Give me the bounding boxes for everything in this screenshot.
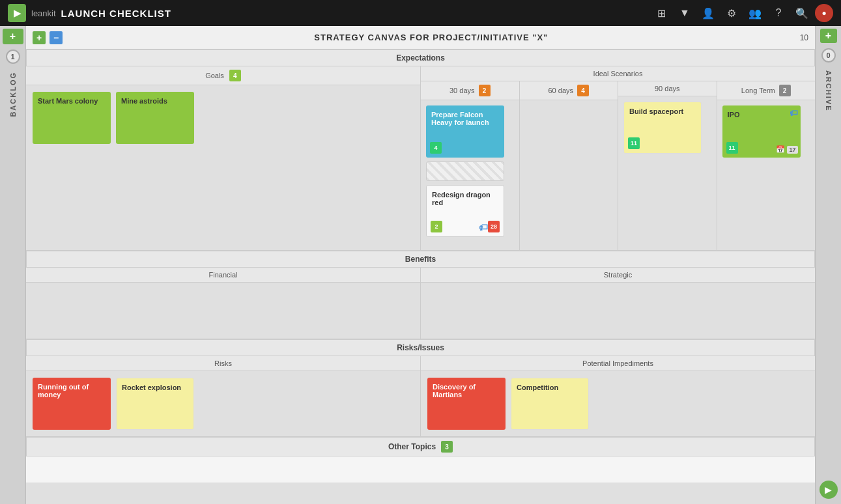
strategic-body	[421, 283, 815, 335]
nav-icons: ⊞ ▼ 👤 ⚙ 👥 ? 🔍 ●	[651, 3, 833, 23]
ideal-60-label: 60 days	[548, 87, 573, 94]
risks-issues-header: Risks/Issues	[26, 339, 815, 356]
nav-settings-icon[interactable]: ⚙	[721, 3, 742, 23]
strategic-header: Strategic	[421, 268, 815, 283]
ideal-col-60: 60 days 4	[520, 81, 619, 250]
card-spaceport[interactable]: Build spaceport 11	[623, 102, 702, 154]
card-competition[interactable]: Competition	[511, 378, 589, 430]
archive-badge: 0	[821, 48, 836, 63]
financial-col: Financial	[26, 268, 421, 339]
financial-label: Financial	[208, 271, 237, 279]
nav-filter-icon[interactable]: ▼	[674, 3, 695, 23]
ideal-longterm-count: 2	[779, 85, 791, 96]
ideal-scenarios-col: Ideal Scenarios 30 days 2 Prepare Falcon…	[421, 66, 815, 250]
canvas-add-button[interactable]: +	[33, 31, 46, 44]
other-topics-count: 3	[441, 441, 453, 453]
falcon-left-badge: 4	[430, 142, 442, 154]
other-topics-header: Other Topics 3	[26, 437, 815, 456]
other-topics-body	[26, 456, 815, 483]
risks-body: Running out of money Rocket explosion	[26, 371, 420, 436]
ideal-60-header: 60 days 4	[520, 81, 618, 100]
ideal-col-30: 30 days 2 Prepare Falcon Heavy for launc…	[421, 81, 520, 250]
ideal-longterm-body: IPO 11 📅 17 🏷	[717, 100, 816, 250]
archive-add-button[interactable]: +	[820, 29, 837, 43]
ipo-left-badge: 11	[726, 142, 738, 154]
strategic-label: Strategic	[604, 271, 632, 279]
avatar[interactable]: ●	[815, 4, 833, 22]
redesign-left-badge: 2	[431, 221, 442, 232]
goals-col: Goals 4 Start Mars colony Mine astroids	[26, 66, 421, 250]
card-ipo[interactable]: IPO 11 📅 17 🏷	[722, 105, 801, 158]
add-lane-button[interactable]: +	[3, 29, 23, 44]
impediments-col: Potential Impediments Discovery of Marti…	[421, 356, 815, 436]
ideal-longterm-label: Long Term	[741, 87, 775, 94]
ideal-60-body	[520, 100, 618, 250]
right-sidebar: + 0 ARCHIVE ▶	[815, 26, 841, 504]
calendar-badge: 17	[787, 146, 797, 154]
nav-board-icon[interactable]: ⊞	[651, 3, 672, 23]
goals-label: Goals	[205, 72, 224, 79]
expectations-header: Expectations	[26, 49, 815, 66]
app-title: LAUNCH CHECKLIST	[61, 8, 171, 19]
financial-body	[26, 283, 420, 335]
top-nav: ▶ leankit LAUNCH CHECKLIST ⊞ ▼ 👤 ⚙ 👥 ? 🔍…	[0, 0, 841, 26]
ideal-col-90: 90 days Build spaceport 11	[618, 81, 717, 250]
card-redesign[interactable]: Redesign dragon red 2 28 🏷	[426, 185, 504, 237]
benefits-header: Benefits	[26, 251, 815, 268]
main-wrapper: + 1 BACKLOG + − STRATEGY CANVAS FOR PROJ…	[0, 26, 841, 504]
play-button[interactable]: ▶	[820, 481, 838, 499]
ideal-90-header: 90 days	[618, 81, 717, 96]
card-running-out[interactable]: Running out of money	[33, 378, 111, 430]
ideal-90-body: Build spaceport 11	[618, 96, 717, 246]
ideal-scenarios-grid: 30 days 2 Prepare Falcon Heavy for launc…	[421, 81, 815, 250]
canvas-count: 10	[800, 33, 808, 42]
goals-body: Start Mars colony Mine astroids	[26, 85, 420, 150]
ideal-30-body: Prepare Falcon Heavy for launch 4 Redesi…	[421, 100, 519, 250]
ideal-30-header: 30 days 2	[421, 81, 519, 100]
other-topics-label: Other Topics	[388, 442, 436, 451]
nav-user-icon[interactable]: 👤	[698, 3, 719, 23]
card-martians[interactable]: Discovery of Martians	[427, 378, 506, 430]
ideal-scenarios-header: Ideal Scenarios	[421, 66, 815, 81]
backlog-label: BACKLOG	[9, 72, 17, 117]
goals-count: 4	[229, 70, 241, 81]
calendar-icon: 📅	[776, 145, 785, 154]
spaceport-badge: 11	[628, 137, 640, 149]
logo-icon: ▶	[8, 4, 26, 22]
impediments-label: Potential Impediments	[582, 359, 653, 367]
archive-label: ARCHIVE	[825, 70, 833, 112]
logo-area: ▶ leankit LAUNCH CHECKLIST	[8, 4, 171, 22]
card-mine-astroids[interactable]: Mine astroids	[116, 92, 194, 144]
benefits-row: Financial Strategic	[26, 268, 815, 339]
card-falcon[interactable]: Prepare Falcon Heavy for launch 4	[426, 105, 504, 158]
goals-header: Goals 4	[26, 66, 420, 85]
impediments-header: Potential Impediments	[421, 356, 815, 371]
app-name: leankit	[31, 8, 56, 18]
ideal-60-count: 4	[577, 85, 589, 96]
expectations-row: Goals 4 Start Mars colony Mine astroids …	[26, 66, 815, 251]
ideal-30-count: 2	[479, 85, 491, 96]
card-striped-area	[426, 161, 504, 181]
canvas-title: STRATEGY CANVAS FOR PROJECT/INITIATIVE "…	[63, 33, 800, 42]
canvas-minus-button[interactable]: −	[50, 31, 63, 44]
risks-row: Risks Running out of money Rocket explos…	[26, 356, 815, 437]
tag-icon-redesign: 🏷	[479, 222, 488, 232]
backlog-badge: 1	[6, 49, 20, 64]
canvas-area: + − STRATEGY CANVAS FOR PROJECT/INITIATI…	[26, 26, 815, 504]
risks-col: Risks Running out of money Rocket explos…	[26, 356, 421, 436]
canvas-header: + − STRATEGY CANVAS FOR PROJECT/INITIATI…	[26, 26, 815, 49]
risks-label: Risks	[214, 359, 232, 367]
nav-search-icon[interactable]: 🔍	[791, 3, 812, 23]
ideal-90-label: 90 days	[655, 85, 680, 92]
redesign-right-badge: 28	[488, 221, 500, 232]
nav-team-icon[interactable]: 👥	[745, 3, 765, 23]
ideal-longterm-header: Long Term 2	[717, 81, 816, 100]
nav-help-icon[interactable]: ?	[768, 3, 789, 23]
impediments-body: Discovery of Martians Competition	[421, 371, 815, 436]
card-rocket-explosion[interactable]: Rocket explosion	[116, 378, 194, 430]
ipo-tag-icon: 🏷	[790, 108, 798, 118]
financial-header: Financial	[26, 268, 420, 283]
card-start-mars[interactable]: Start Mars colony	[33, 92, 111, 144]
left-sidebar: + 1 BACKLOG	[0, 26, 26, 504]
ideal-30-label: 30 days	[449, 87, 475, 94]
